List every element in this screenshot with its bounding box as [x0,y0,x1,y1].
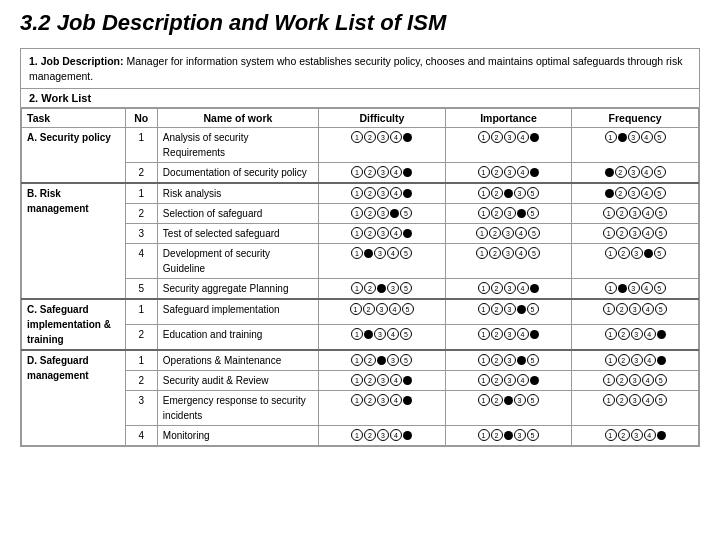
work-name-cell: Education and training [157,325,318,351]
difficulty-cell: 1345 [319,244,446,279]
table-row: C. Safeguard implementation & training1S… [22,299,699,325]
difficulty-cell: 1235 [319,204,446,224]
importance-cell: 1234 [445,325,572,351]
difficulty-cell: 12345 [319,299,446,325]
no-cell: 5 [125,279,157,300]
work-name-cell: Monitoring [157,426,318,446]
work-name-cell: Safeguard implementation [157,299,318,325]
frequency-cell: 12345 [572,391,699,426]
task-cell: D. Safeguard management [22,350,126,446]
importance-cell: 1235 [445,204,572,224]
no-cell: 1 [125,183,157,204]
work-name-cell: Security audit & Review [157,371,318,391]
importance-cell: 1234 [445,371,572,391]
col-no: No [125,109,157,128]
importance-cell: 1234 [445,128,572,163]
difficulty-cell: 1234 [319,371,446,391]
no-cell: 1 [125,299,157,325]
job-description: 1. Job Description: Manager for informat… [21,49,699,89]
no-cell: 2 [125,163,157,184]
importance-cell: 1235 [445,183,572,204]
work-name-cell: Test of selected safeguard [157,224,318,244]
no-cell: 4 [125,244,157,279]
work-name-cell: Risk analysis [157,183,318,204]
difficulty-cell: 1235 [319,350,446,371]
work-name-cell: Operations & Maintenance [157,350,318,371]
importance-cell: 1234 [445,163,572,184]
importance-cell: 12345 [445,224,572,244]
no-cell: 2 [125,371,157,391]
difficulty-cell: 1234 [319,163,446,184]
no-cell: 4 [125,426,157,446]
difficulty-cell: 1234 [319,426,446,446]
frequency-cell: 12345 [572,371,699,391]
work-name-cell: Selection of safeguard [157,204,318,224]
difficulty-cell: 1234 [319,183,446,204]
frequency-cell: 12345 [572,299,699,325]
col-importance: Importance [445,109,572,128]
frequency-cell: 1345 [572,128,699,163]
frequency-cell: 12345 [572,224,699,244]
frequency-cell: 1235 [572,244,699,279]
importance-cell: 1235 [445,350,572,371]
no-cell: 3 [125,391,157,426]
frequency-cell: 12345 [572,204,699,224]
page-title: 3.2 Job Description and Work List of ISM [20,10,700,36]
difficulty-cell: 1234 [319,128,446,163]
work-name-cell: Documentation of security policy [157,163,318,184]
col-work: Name of work [157,109,318,128]
importance-cell: 1234 [445,279,572,300]
frequency-cell: 1234 [572,350,699,371]
no-cell: 3 [125,224,157,244]
table-header-row: Task No Name of work Difficulty Importan… [22,109,699,128]
table-row: A. Security policy1Analysis of security … [22,128,699,163]
col-frequency: Frequency [572,109,699,128]
col-task: Task [22,109,126,128]
frequency-cell: 2345 [572,163,699,184]
difficulty-cell: 1234 [319,391,446,426]
task-cell: B. Risk management [22,183,126,299]
job-desc-label: 1. Job Description: [29,55,124,67]
table-row: B. Risk management1Risk analysis12341235… [22,183,699,204]
difficulty-cell: 1235 [319,279,446,300]
work-table: Task No Name of work Difficulty Importan… [21,108,699,446]
no-cell: 2 [125,325,157,351]
importance-cell: 1235 [445,299,572,325]
importance-cell: 1235 [445,426,572,446]
no-cell: 2 [125,204,157,224]
work-list-header: 2. Work List [21,89,699,108]
difficulty-cell: 1345 [319,325,446,351]
job-desc-text: Manager for information system who estab… [29,55,682,82]
difficulty-cell: 1234 [319,224,446,244]
col-difficulty: Difficulty [319,109,446,128]
frequency-cell: 1345 [572,279,699,300]
frequency-cell: 2345 [572,183,699,204]
frequency-cell: 1234 [572,426,699,446]
no-cell: 1 [125,128,157,163]
frequency-cell: 1234 [572,325,699,351]
task-cell: C. Safeguard implementation & training [22,299,126,350]
main-content: 1. Job Description: Manager for informat… [20,48,700,447]
task-cell: A. Security policy [22,128,126,184]
work-name-cell: Development of security Guideline [157,244,318,279]
table-row: D. Safeguard management1Operations & Mai… [22,350,699,371]
importance-cell: 12345 [445,244,572,279]
work-name-cell: Analysis of security Requirements [157,128,318,163]
work-name-cell: Emergency response to security incidents [157,391,318,426]
importance-cell: 1235 [445,391,572,426]
no-cell: 1 [125,350,157,371]
work-name-cell: Security aggregate Planning [157,279,318,300]
